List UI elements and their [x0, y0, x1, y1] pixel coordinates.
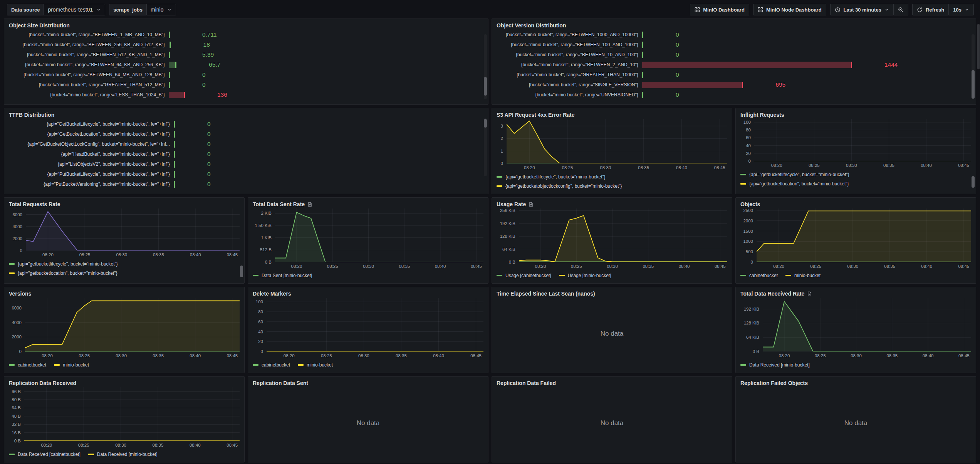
x-axis: 08:2008:2508:3008:3508:4008:45	[763, 351, 971, 360]
toolbar-actions: MinIO Dashboard MinIO Node Dashboard Las…	[690, 4, 974, 15]
panel-usage-rate: Usage Rate 0 B64 KiB128 KiB192 KiB256 Ki…	[492, 197, 732, 284]
minio-node-dashboard-link[interactable]: MinIO Node Dashboard	[753, 4, 826, 15]
dashboard-toolbar: Data source prometheus-test01 scrape_job…	[0, 0, 980, 17]
bar-gauge-label: {api="ListObjectsV2", bucket="minio-buck…	[9, 161, 174, 167]
y-axis-tick-label: 100	[743, 120, 751, 124]
legend-scrollbar-thumb[interactable]	[972, 176, 975, 188]
x-axis-tick-label: 08:30	[847, 264, 858, 269]
y-axis-tick-label: 2 KiB	[261, 211, 272, 215]
panel-header[interactable]: Usage Rate	[497, 200, 727, 208]
bar-gauge-value: 0	[202, 71, 206, 78]
panel-header[interactable]: Replication Data Sent	[253, 379, 483, 387]
page-scrollbar-thumb[interactable]	[977, 24, 980, 69]
panel-header[interactable]: Versions	[9, 289, 240, 298]
legend-item[interactable]: Data Received [cabinetbucket]	[9, 452, 81, 457]
panel-header[interactable]: Object Size Distribution	[9, 21, 483, 30]
panel-description-icon[interactable]	[529, 202, 534, 207]
bar-gauge-value: 0	[207, 171, 211, 178]
legend-item[interactable]: {api="getbucketlifecycle", bucket="minio…	[740, 172, 849, 177]
bar-gauge-row: {bucket="minio-bucket", range="LESS_THAN…	[9, 90, 483, 100]
legend-item[interactable]: {api="getbucketobjectlockconfig", bucket…	[497, 183, 622, 189]
time-range-picker[interactable]: Last 30 minutes	[830, 4, 894, 15]
panel-header[interactable]: Delete Markers	[253, 289, 483, 298]
panel-header[interactable]: Replication Failed Objects	[740, 379, 971, 387]
legend-item[interactable]: minio-bucket	[785, 273, 821, 278]
panel-header[interactable]: Total Data Sent Rate	[253, 200, 483, 208]
legend-row: Data Received [cabinetbucket]Data Receiv…	[9, 450, 240, 459]
bar-gauge-label: {bucket="minio-bucket", range="UNVERSION…	[497, 92, 642, 98]
x-axis-tick-label: 08:20	[42, 353, 53, 358]
bar-gauge-zone: 0	[642, 32, 971, 38]
panel-description-icon[interactable]	[807, 291, 812, 296]
bar-gauge-row: {api="PutBucketLifecycle", bucket="minio…	[9, 169, 483, 179]
panel-header[interactable]: Total Data Received Rate	[740, 289, 971, 298]
refresh-group: Refresh 10s	[912, 4, 974, 15]
refresh-interval-picker[interactable]: 10s	[949, 4, 974, 15]
zoom-out-time-button[interactable]	[894, 4, 908, 15]
legend-item[interactable]: {api="getbucketlifecycle", bucket="minio…	[497, 174, 606, 180]
y-axis-tick-label: 0	[20, 248, 22, 253]
legend-item[interactable]: {api="getbucketlifecycle", bucket="minio…	[9, 280, 118, 280]
panel-title: Usage Rate	[497, 200, 526, 208]
bar-gauge-bar	[642, 62, 852, 68]
panel-scrollbar-thumb[interactable]	[484, 77, 487, 96]
y-axis-tick-label: 96 B	[12, 389, 21, 394]
panel-scrollbar-thumb[interactable]	[484, 119, 487, 128]
legend: {api="getbucketlifecycle", bucket="minio…	[497, 171, 727, 191]
legend-row: {api="getbucketlifecycle", bucket="minio…	[9, 278, 240, 280]
minio-dashboard-link[interactable]: MinIO Dashboard	[690, 4, 749, 15]
panel-header[interactable]: TTFB Distribution	[9, 111, 483, 119]
panel-header[interactable]: Total Requests Rate	[9, 200, 240, 208]
legend-item[interactable]: minio-bucket	[54, 362, 89, 368]
legend-item[interactable]: Usage [cabinetbucket]	[497, 273, 551, 278]
panel-header[interactable]: Replication Data Received	[9, 379, 240, 387]
chevron-down-icon	[167, 7, 172, 12]
legend-item[interactable]: {api="getbucketlifecycle", bucket="minio…	[9, 261, 118, 267]
chevron-down-icon	[96, 7, 101, 12]
panel-title: Versions	[9, 289, 31, 298]
legend-item[interactable]: Data Sent [minio-bucket]	[253, 273, 312, 278]
legend-swatch	[740, 275, 746, 276]
legend-row: cabinetbucketminio-bucket	[253, 360, 483, 370]
chart-area: 0200040006000	[9, 208, 240, 250]
legend-item[interactable]: {api="getbucketlocation", bucket="minio-…	[740, 181, 849, 187]
panel-scrollbar-thumb[interactable]	[972, 70, 975, 99]
panel-header[interactable]: Inflight Requests	[740, 111, 971, 119]
bar-gauge-row: {api="PutBucketVersioning", bucket="mini…	[9, 179, 483, 189]
legend-item[interactable]: cabinetbucket	[9, 362, 46, 368]
panel-title: Replication Failed Objects	[740, 379, 808, 387]
x-axis-tick-label: 08:20	[535, 264, 546, 269]
y-axis-tick-label: 80	[746, 128, 751, 132]
panel-inflight-requests: Inflight Requests 02040608010008:2008:25…	[735, 108, 976, 194]
bar-gauge-zone: 0	[642, 52, 971, 58]
panel-description-icon[interactable]	[307, 202, 312, 207]
bar-gauge-row: {api="GetBucketLifecycle", bucket="minio…	[9, 119, 483, 129]
bar-gauge-row: {api="GetBucketObjectLockConfig", bucket…	[9, 139, 483, 149]
legend-item[interactable]: {api="getbucketlifecycle", bucket="minio…	[740, 190, 849, 191]
legend-item[interactable]: minio-bucket	[298, 362, 333, 368]
panel-header[interactable]: Replication Data Failed	[497, 379, 727, 387]
panel-header[interactable]: Time Elapsed Since Last Scan (nanos)	[497, 289, 727, 298]
bar-gauge-label: {bucket="minio-bucket", range="GREATER_T…	[9, 82, 169, 87]
bar-gauge-value: 0	[207, 141, 211, 148]
chart-area: 0 B512 B1 KiB1.50 KiB2 KiB	[253, 208, 483, 262]
refresh-button[interactable]: Refresh	[912, 4, 949, 15]
variable-datasource-select[interactable]: prometheus-test01	[44, 4, 105, 15]
panel-header[interactable]: S3 API Request 4xx Error Rate	[497, 111, 727, 119]
legend-item[interactable]: Data Received [minio-bucket]	[88, 452, 158, 457]
x-axis-tick-label: 08:30	[115, 443, 126, 447]
legend-item[interactable]: {api="getbucketlocation", bucket="minio-…	[9, 271, 117, 276]
bar-gauge-value: 695	[775, 81, 785, 88]
panel-header[interactable]: Object Version Distribution	[497, 21, 971, 30]
panel-title: TTFB Distribution	[9, 111, 54, 119]
legend-item[interactable]: Data Received [minio-bucket]	[740, 362, 810, 368]
y-axis: 0200040006000	[9, 298, 25, 351]
x-axis-tick-label: 08:45	[470, 353, 482, 358]
variable-scrape-jobs-select[interactable]: minio	[146, 4, 176, 15]
legend-swatch	[740, 364, 746, 366]
legend-item[interactable]: cabinetbucket	[740, 273, 778, 278]
panel-header[interactable]: Objects	[740, 200, 971, 208]
legend-item[interactable]: Usage [minio-bucket]	[559, 273, 611, 278]
legend-item[interactable]: cabinetbucket	[253, 362, 290, 368]
legend-scrollbar-thumb[interactable]	[240, 266, 243, 277]
